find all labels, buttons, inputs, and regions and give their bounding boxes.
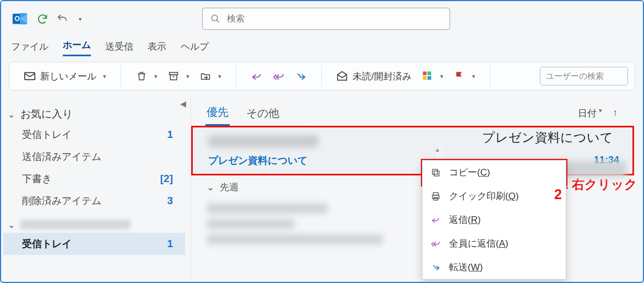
sidebar-item-sent[interactable]: 送信済みアイテム [3,146,185,168]
categorize-button[interactable] [418,68,447,84]
context-menu: コピー(C) クイック印刷(Q) 返信(R) 全員に返信(A) 転送(W) [422,160,566,280]
forward-icon [295,70,307,82]
menu-item-quick-print[interactable]: クイック印刷(Q) [423,184,566,208]
menu-hotkey: C [480,167,487,178]
favorites-label: お気に入り [20,107,73,121]
tab-focused[interactable]: 優先 [205,100,230,126]
sidebar-item-label: 受信トレイ [22,237,72,250]
read-unread-button[interactable]: 未読/開封済み [333,68,415,85]
svg-rect-11 [427,76,431,80]
chevron-down-icon: ⌄ [207,181,214,193]
collapse-icon[interactable]: ◀ [180,99,186,108]
favorites-header[interactable]: お気に入り [3,100,185,124]
annotation-step-2: 2 [554,186,562,202]
svg-rect-16 [434,197,438,200]
archive-button[interactable] [164,68,193,84]
sidebar-count: 1 [167,238,173,250]
new-mail-label: 新しいメール [40,70,96,83]
menu-item-copy[interactable]: コピー(C) [423,161,566,184]
menu-item-forward[interactable]: 転送(W) [423,255,566,279]
sidebar-item-label: 下書き [22,172,52,185]
sidebar-item-deleted[interactable]: 削除済みアイテム3 [3,190,185,212]
search-box[interactable] [202,8,450,30]
svg-rect-9 [427,72,431,76]
move-button[interactable] [196,68,225,84]
sidebar-count: 3 [167,195,173,207]
outlook-logo-icon: O [11,10,29,28]
title-bar: O ▾ [1,1,643,36]
message-row[interactable] [191,197,643,257]
mail-plus-icon: ＋ [24,70,36,82]
group-header-last-week[interactable]: ⌄先週 [191,175,239,197]
search-icon [209,13,221,25]
menu-label: 転送( [449,262,471,273]
forward-icon [430,262,441,273]
print-icon [430,191,441,202]
tab-view[interactable]: 表示 [148,40,166,56]
refresh-icon[interactable] [36,13,48,25]
reply-all-button[interactable] [269,68,288,84]
sidebar-item-label: 受信トレイ [22,128,72,141]
delete-button[interactable] [132,68,161,84]
copy-icon [430,167,441,178]
svg-point-3 [212,15,218,21]
tab-sendrecv[interactable]: 送受信 [105,40,133,56]
tab-other[interactable]: その他 [245,102,280,125]
sidebar-item-drafts[interactable]: 下書き[2] [3,168,185,190]
blurred-line [207,234,383,244]
sidebar-count: 1 [167,129,173,141]
sidebar-item-inbox[interactable]: 受信トレイ1 [3,124,185,146]
people-search-input[interactable]: ユーザーの検索 [540,67,628,86]
sort-by-date[interactable]: 日付 [578,107,602,120]
menu-hotkey: W [471,262,480,273]
toolbar: ＋ 新しいメール 未読/開封済み ユーザーの検索 [9,62,635,90]
menu-label-post: ) [487,167,490,178]
menu-item-reply-all[interactable]: 全員に返信(A) [423,232,566,255]
sort-direction-icon[interactable]: ↑ [613,108,618,119]
forward-button[interactable] [291,68,310,84]
reply-icon [430,215,441,226]
archive-icon [167,70,180,82]
svg-rect-7 [170,75,177,80]
tab-help[interactable]: ヘルプ [181,40,209,56]
read-unread-label: 未読/開封済み [353,70,412,83]
menu-label-post: ) [478,215,481,225]
blurred-sender [208,135,318,147]
trash-icon [136,70,148,82]
menu-label-post: ) [516,191,519,201]
menu-item-reply[interactable]: 返信(R) [423,208,566,232]
reply-button[interactable] [247,68,266,84]
menu-hotkey: R [471,215,478,225]
sidebar-item-label: 削除済みアイテム [22,194,101,207]
categories-icon [421,70,434,82]
tab-file[interactable]: ファイル [11,40,48,56]
list-tabs: 優先 その他 日付 ↑ [191,96,643,126]
envelope-open-icon [336,70,348,82]
menu-label: コピー( [449,167,480,178]
undo-icon[interactable] [56,13,68,25]
new-mail-button[interactable]: ＋ 新しいメール [20,68,110,85]
reply-all-icon [273,70,285,82]
sidebar-item-account-inbox[interactable]: 受信トレイ1 [3,233,185,255]
blurred-line [207,219,295,229]
annotation-step-1: 1 右クリック [561,176,643,196]
menu-hotkey: Q [508,191,516,201]
flag-icon [453,70,466,82]
menu-hotkey: A [499,238,505,249]
tab-home[interactable]: ホーム [63,39,91,56]
svg-rect-12 [434,171,439,176]
qat-customize-icon[interactable]: ▾ [76,14,84,24]
svg-text:O: O [15,15,20,23]
reading-pane-title: プレゼン資料について [482,129,613,146]
menu-label: クイック印刷( [449,191,508,201]
ribbon-tabs: ファイル ホーム 送受信 表示 ヘルプ [1,36,643,56]
svg-rect-8 [423,72,426,76]
blurred-account-name [20,220,131,229]
search-input[interactable] [227,14,443,24]
flag-button[interactable] [450,68,479,84]
reply-all-icon [430,238,441,249]
account-header[interactable] [3,212,185,233]
move-folder-icon [199,70,212,82]
blurred-metadata [560,161,626,178]
menu-label: 全員に返信( [449,238,499,249]
